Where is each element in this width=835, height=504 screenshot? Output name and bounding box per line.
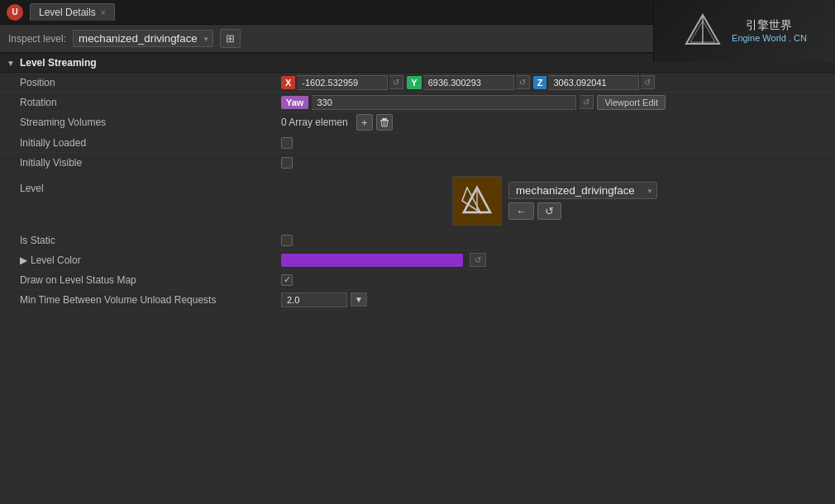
min-time-label: Min Time Between Volume Unload Requests: [0, 294, 281, 306]
streaming-volumes-value: 0 Array elemen +: [281, 114, 835, 131]
initially-visible-row: Initially Visible: [0, 153, 835, 173]
rotation-label: Rotation: [0, 97, 281, 108]
initially-visible-value: [281, 157, 835, 169]
initially-loaded-label: Initially Loaded: [0, 137, 281, 149]
is-static-label: Is Static: [0, 235, 281, 246]
section-arrow-icon: ▼: [7, 59, 15, 68]
position-y-input[interactable]: [423, 75, 514, 90]
delete-streaming-volume-button[interactable]: [376, 114, 393, 131]
yaw-input[interactable]: [312, 95, 576, 110]
level-value: mechanized_drivingface ← ↺: [281, 176, 835, 226]
inspect-select-wrap: mechanized_drivingface: [73, 30, 213, 47]
brand-chinese: 引擎世界: [732, 17, 807, 32]
main-panel: ▼ Level Streaming Position X ↺ Y ↺ Z: [0, 53, 835, 504]
array-count-label: 0 Array elemen: [281, 116, 348, 128]
is-static-row: Is Static: [0, 231, 835, 250]
level-row: Level mechanized_driv: [0, 173, 835, 231]
level-color-row: ▶ Level Color ↺: [0, 250, 835, 270]
position-x-reset[interactable]: ↺: [389, 75, 403, 89]
inspect-label: Inspect level:: [8, 33, 66, 45]
add-streaming-volume-button[interactable]: +: [356, 114, 373, 131]
level-select-container: mechanized_drivingface ← ↺: [508, 182, 657, 220]
position-y-group: Y ↺: [407, 75, 529, 90]
level-action-buttons: ← ↺: [508, 202, 657, 220]
position-z-reset[interactable]: ↺: [641, 75, 655, 89]
rotation-reset-btn[interactable]: ↺: [580, 95, 594, 109]
level-color-expand-icon[interactable]: ▶: [20, 254, 27, 266]
initially-visible-checkbox[interactable]: [281, 157, 293, 169]
tab-label: Level Details: [39, 7, 96, 18]
level-color-value: ↺: [281, 253, 835, 267]
app-icon-label: U: [12, 7, 17, 17]
initially-visible-label: Initially Visible: [0, 157, 281, 169]
level-label: Level: [0, 176, 281, 194]
properties-panel: ▼ Level Streaming Position X ↺ Y ↺ Z: [0, 53, 835, 504]
position-x-group: X ↺: [281, 75, 403, 90]
brand-text: 引擎世界 Engine World . CN: [732, 17, 807, 44]
level-select-wrap: mechanized_drivingface: [508, 182, 657, 199]
level-icon-button[interactable]: ⊞: [220, 29, 241, 48]
initially-loaded-value: [281, 137, 835, 149]
rotation-row: Rotation Yaw ↺ Viewport Edit: [0, 93, 835, 112]
is-static-checkbox[interactable]: [281, 235, 293, 246]
level-details-tab[interactable]: Level Details ×: [30, 3, 115, 21]
brand-logo-icon: [682, 11, 723, 52]
level-top-row: mechanized_drivingface ← ↺: [452, 176, 657, 226]
brand-area: 引擎世界 Engine World . CN: [653, 0, 835, 62]
draw-on-map-checkbox[interactable]: ✓: [281, 274, 293, 286]
inspect-level-select[interactable]: mechanized_drivingface: [73, 30, 213, 47]
x-label: X: [281, 76, 295, 89]
min-time-input[interactable]: [281, 292, 347, 307]
level-select[interactable]: mechanized_drivingface: [508, 182, 657, 199]
level-thumbnail: [452, 176, 502, 226]
position-label: Position: [0, 77, 281, 88]
min-time-spin-button[interactable]: ▼: [351, 292, 367, 307]
initially-loaded-checkbox[interactable]: [281, 137, 293, 149]
app-icon: U: [7, 4, 23, 21]
draw-on-map-label: Draw on Level Status Map: [0, 274, 281, 286]
is-static-value: [281, 235, 835, 246]
level-color-label: ▶ Level Color: [0, 254, 281, 266]
draw-on-map-row: Draw on Level Status Map ✓: [0, 270, 835, 290]
min-time-value: ▼: [281, 292, 835, 307]
viewport-edit-button[interactable]: Viewport Edit: [597, 95, 666, 110]
position-y-reset[interactable]: ↺: [516, 75, 530, 89]
position-z-group: Z ↺: [533, 75, 656, 90]
position-x-input[interactable]: [297, 75, 388, 90]
section-title: Level Streaming: [20, 57, 97, 69]
streaming-volumes-row: Streaming Volumes 0 Array elemen +: [0, 112, 835, 133]
draw-on-map-value: ✓: [281, 274, 835, 286]
level-thumbnail-icon: [459, 184, 495, 217]
level-back-button[interactable]: ←: [508, 202, 534, 220]
svg-rect-5: [382, 118, 387, 120]
brand-english: Engine World . CN: [732, 32, 807, 44]
streaming-volumes-label: Streaming Volumes: [0, 116, 281, 128]
z-label: Z: [533, 76, 547, 89]
tab-close-icon[interactable]: ×: [101, 8, 106, 17]
min-time-row: Min Time Between Volume Unload Requests …: [0, 290, 835, 310]
level-search-button[interactable]: ↺: [537, 202, 561, 220]
trash-icon: [379, 117, 389, 127]
rotation-value: Yaw ↺ Viewport Edit: [281, 95, 835, 110]
yaw-label: Yaw: [281, 96, 308, 109]
initially-loaded-row: Initially Loaded: [0, 133, 835, 153]
position-value: X ↺ Y ↺ Z ↺: [281, 75, 835, 90]
position-z-input[interactable]: [548, 75, 639, 90]
y-label: Y: [407, 76, 421, 89]
level-color-reset-btn[interactable]: ↺: [470, 253, 486, 267]
level-color-swatch[interactable]: [281, 254, 463, 267]
position-row: Position X ↺ Y ↺ Z ↺: [0, 73, 835, 93]
